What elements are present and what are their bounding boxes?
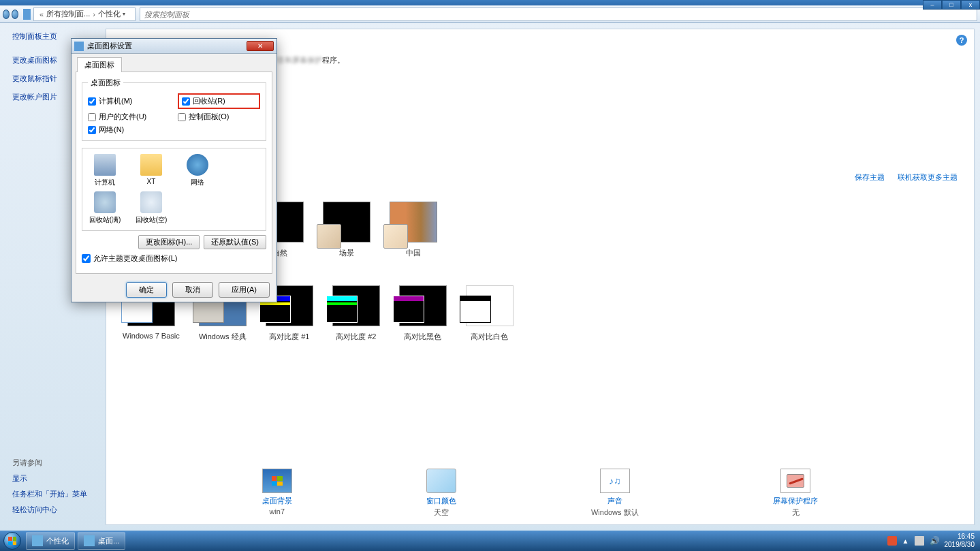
tray-sogou-icon[interactable]	[887, 536, 897, 546]
minimize-button[interactable]: –	[923, 0, 942, 10]
checkbox-control-panel[interactable]: 控制面板(O)	[178, 112, 261, 122]
start-button[interactable]	[0, 531, 25, 551]
desktop-icons-taskbar-icon	[84, 535, 95, 546]
sidebar-link-display[interactable]: 显示	[12, 473, 87, 484]
dialog-tab-desktop-icons[interactable]: 桌面图标	[77, 57, 122, 72]
breadcrumb-level1[interactable]: 所有控制面...	[46, 9, 90, 19]
ok-button[interactable]: 确定	[126, 282, 167, 298]
theme-high-contrast-2[interactable]: 高对比度 #2	[332, 285, 380, 342]
dialog-icon	[74, 42, 84, 51]
checkbox-recycle-bin[interactable]: 回收站(R)	[178, 93, 261, 109]
theme-high-contrast-white[interactable]: 高对比白色	[466, 285, 513, 342]
icon-preview-grid: 计算机 XT 网络 回收站(满) 回收站(空)	[82, 148, 266, 231]
allow-themes-checkbox[interactable]: 允许主题更改桌面图标(L)	[82, 253, 266, 264]
apply-button[interactable]: 应用(A)	[219, 282, 270, 298]
sounds-icon: ♪♫	[600, 469, 630, 493]
checkbox-user-files[interactable]: 用户的文件(U)	[88, 112, 171, 122]
breadcrumb[interactable]: « 所有控制面... › 个性化 ▾	[33, 7, 136, 21]
address-bar: « 所有控制面... › 个性化 ▾	[0, 5, 980, 23]
help-icon[interactable]: ?	[956, 35, 967, 46]
icon-recycle-full[interactable]: 回收站(满)	[88, 191, 122, 225]
maximize-button[interactable]: □	[942, 0, 961, 10]
checkbox-computer[interactable]: 计算机(M)	[88, 93, 171, 109]
close-button[interactable]: x	[961, 0, 980, 10]
window-color-setting[interactable]: 窗口颜色 天空	[426, 469, 456, 518]
checkbox-network[interactable]: 网络(N)	[88, 125, 171, 135]
nav-back-button[interactable]	[3, 10, 10, 19]
theme-actions: 保存主题 联机获取更多主题	[844, 172, 958, 183]
tray-clock[interactable]: 16:45 2019/8/30	[945, 533, 975, 549]
tray-show-hidden-icon[interactable]: ▲	[902, 537, 909, 545]
icon-recycle-empty[interactable]: 回收站(空)	[134, 191, 168, 225]
icon-computer[interactable]: 计算机	[88, 154, 122, 187]
dialog-close-button[interactable]: ✕	[247, 41, 274, 51]
dialog-titlebar[interactable]: 桌面图标设置 ✕	[72, 39, 276, 54]
desktop-background-icon	[262, 469, 292, 493]
system-tray: ▲ 🔊 16:45 2019/8/30	[882, 533, 980, 549]
theme-scenes[interactable]: 场景	[323, 202, 370, 258]
screensaver-setting[interactable]: 屏幕保护程序 无	[773, 469, 818, 518]
theme-china[interactable]: 中国	[390, 202, 437, 258]
taskbar-personalization[interactable]: 个性化	[26, 532, 75, 550]
sounds-setting[interactable]: ♪♫ 声音 Windows 默认	[591, 469, 639, 518]
fieldset-legend: 桌面图标	[88, 78, 123, 88]
screensaver-icon	[780, 469, 810, 493]
desktop-icons-fieldset: 桌面图标 计算机(M) 回收站(R) 用户的文件(U) 控制面板(O) 网络(N…	[82, 78, 266, 141]
sidebar-see-also-header: 另请参阅	[12, 458, 87, 468]
explorer-icon	[23, 9, 31, 20]
tray-network-icon[interactable]	[915, 536, 924, 546]
icon-user-folder[interactable]: XT	[134, 154, 168, 187]
restore-default-button[interactable]: 还原默认值(S)	[204, 235, 266, 249]
save-theme-link[interactable]: 保存主题	[855, 173, 885, 181]
personalization-icon	[32, 535, 43, 546]
icon-network[interactable]: 网络	[180, 154, 215, 187]
sidebar-link-taskbar-start[interactable]: 任务栏和「开始」菜单	[12, 489, 87, 499]
sidebar-see-also: 另请参阅 显示 任务栏和「开始」菜单 轻松访问中心	[12, 458, 87, 520]
window-controls: – □ x	[923, 0, 980, 10]
change-icon-button[interactable]: 更改图标(H)...	[138, 235, 200, 249]
cancel-button[interactable]: 取消	[172, 282, 213, 298]
nav-forward-button[interactable]	[12, 10, 18, 19]
bottom-settings: 桌面背景 win7 窗口颜色 天空 ♪♫ 声音 Windows 默认 屏幕保护程…	[106, 469, 974, 518]
desktop-icon-settings-dialog: 桌面图标设置 ✕ 桌面图标 桌面图标 计算机(M) 回收站(R) 用户的文件(U…	[71, 38, 277, 302]
window-color-icon	[426, 469, 456, 493]
dialog-title: 桌面图标设置	[87, 41, 132, 51]
desktop-background-setting[interactable]: 桌面背景 win7	[262, 469, 292, 518]
tray-volume-icon[interactable]: 🔊	[930, 536, 939, 546]
get-more-themes-link[interactable]: 联机获取更多主题	[898, 173, 958, 181]
taskbar-desktop-icons[interactable]: 桌面...	[78, 532, 125, 550]
search-input[interactable]	[140, 7, 977, 21]
breadcrumb-level2[interactable]: 个性化	[98, 9, 121, 19]
sidebar-link-ease-of-access[interactable]: 轻松访问中心	[12, 505, 87, 515]
theme-high-contrast-black[interactable]: 高对比黑色	[399, 285, 447, 342]
taskbar: 个性化 桌面... ▲ 🔊 16:45 2019/8/30	[0, 531, 980, 551]
